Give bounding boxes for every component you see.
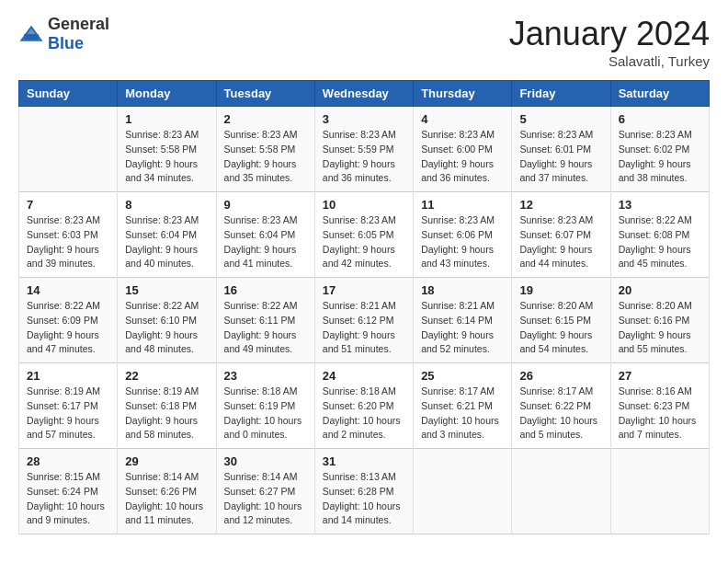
logo-blue: Blue — [48, 34, 84, 52]
calendar-cell — [610, 449, 709, 534]
day-info: Sunrise: 8:20 AM Sunset: 6:16 PM Dayligh… — [619, 299, 701, 357]
day-info: Sunrise: 8:22 AM Sunset: 6:09 PM Dayligh… — [27, 299, 109, 357]
logo-text: General Blue — [48, 15, 109, 53]
calendar-cell: 29Sunrise: 8:14 AM Sunset: 6:26 PM Dayli… — [118, 449, 216, 534]
weekday-header: Tuesday — [216, 81, 314, 107]
day-number: 24 — [323, 369, 405, 383]
day-number: 20 — [619, 283, 701, 297]
day-info: Sunrise: 8:23 AM Sunset: 6:05 PM Dayligh… — [323, 213, 405, 271]
calendar-cell: 4Sunrise: 8:23 AM Sunset: 6:00 PM Daylig… — [414, 107, 512, 192]
weekday-header: Sunday — [19, 81, 118, 107]
svg-rect-2 — [24, 34, 39, 40]
calendar-cell: 23Sunrise: 8:18 AM Sunset: 6:19 PM Dayli… — [216, 363, 314, 449]
day-info: Sunrise: 8:20 AM Sunset: 6:15 PM Dayligh… — [519, 299, 602, 357]
day-number: 29 — [125, 454, 208, 468]
day-number: 5 — [519, 112, 602, 126]
calendar-cell: 20Sunrise: 8:20 AM Sunset: 6:16 PM Dayli… — [610, 278, 709, 363]
calendar-cell: 5Sunrise: 8:23 AM Sunset: 6:01 PM Daylig… — [512, 107, 610, 192]
calendar-cell: 27Sunrise: 8:16 AM Sunset: 6:23 PM Dayli… — [610, 363, 709, 449]
day-info: Sunrise: 8:21 AM Sunset: 6:12 PM Dayligh… — [323, 299, 405, 357]
day-info: Sunrise: 8:23 AM Sunset: 6:04 PM Dayligh… — [224, 213, 307, 271]
calendar-cell: 31Sunrise: 8:13 AM Sunset: 6:28 PM Dayli… — [314, 449, 413, 534]
day-number: 7 — [27, 198, 109, 212]
day-number: 4 — [421, 112, 504, 126]
calendar-table: SundayMondayTuesdayWednesdayThursdayFrid… — [18, 80, 710, 534]
calendar-cell: 17Sunrise: 8:21 AM Sunset: 6:12 PM Dayli… — [314, 278, 413, 363]
day-number: 10 — [323, 198, 405, 212]
location-subtitle: Salavatli, Turkey — [509, 53, 710, 69]
day-number: 2 — [224, 112, 307, 126]
calendar-cell — [414, 449, 512, 534]
day-info: Sunrise: 8:22 AM Sunset: 6:11 PM Dayligh… — [224, 299, 307, 357]
day-number: 11 — [421, 198, 504, 212]
day-number: 26 — [519, 369, 602, 383]
day-info: Sunrise: 8:14 AM Sunset: 6:27 PM Dayligh… — [224, 470, 307, 528]
day-info: Sunrise: 8:16 AM Sunset: 6:23 PM Dayligh… — [619, 385, 701, 442]
calendar-cell: 6Sunrise: 8:23 AM Sunset: 6:02 PM Daylig… — [610, 107, 709, 192]
calendar-cell: 3Sunrise: 8:23 AM Sunset: 5:59 PM Daylig… — [314, 107, 413, 192]
day-info: Sunrise: 8:23 AM Sunset: 5:58 PM Dayligh… — [224, 128, 307, 186]
day-info: Sunrise: 8:18 AM Sunset: 6:19 PM Dayligh… — [224, 385, 307, 442]
day-number: 8 — [125, 198, 208, 212]
day-number: 25 — [421, 369, 504, 383]
calendar-cell — [512, 449, 610, 534]
logo-general: General — [48, 15, 109, 33]
day-info: Sunrise: 8:15 AM Sunset: 6:24 PM Dayligh… — [27, 470, 109, 528]
calendar-row: 1Sunrise: 8:23 AM Sunset: 5:58 PM Daylig… — [19, 107, 710, 192]
calendar-cell: 26Sunrise: 8:17 AM Sunset: 6:22 PM Dayli… — [512, 363, 610, 449]
calendar-cell: 21Sunrise: 8:19 AM Sunset: 6:17 PM Dayli… — [19, 363, 118, 449]
day-info: Sunrise: 8:23 AM Sunset: 5:59 PM Dayligh… — [323, 128, 405, 186]
weekday-header: Monday — [118, 81, 216, 107]
day-number: 16 — [224, 283, 307, 297]
day-number: 17 — [323, 283, 405, 297]
day-number: 31 — [323, 454, 405, 468]
day-number: 13 — [619, 198, 701, 212]
calendar-cell: 7Sunrise: 8:23 AM Sunset: 6:03 PM Daylig… — [19, 192, 118, 278]
day-number: 18 — [421, 283, 504, 297]
day-info: Sunrise: 8:17 AM Sunset: 6:21 PM Dayligh… — [421, 385, 504, 442]
day-info: Sunrise: 8:23 AM Sunset: 6:04 PM Dayligh… — [125, 213, 208, 271]
day-number: 28 — [27, 454, 109, 468]
calendar-cell: 19Sunrise: 8:20 AM Sunset: 6:15 PM Dayli… — [512, 278, 610, 363]
day-number: 22 — [125, 369, 208, 383]
weekday-header: Saturday — [610, 81, 709, 107]
day-number: 15 — [125, 283, 208, 297]
header-row: SundayMondayTuesdayWednesdayThursdayFrid… — [19, 81, 710, 107]
calendar-cell: 9Sunrise: 8:23 AM Sunset: 6:04 PM Daylig… — [216, 192, 314, 278]
calendar-cell: 8Sunrise: 8:23 AM Sunset: 6:04 PM Daylig… — [118, 192, 216, 278]
calendar-cell: 1Sunrise: 8:23 AM Sunset: 5:58 PM Daylig… — [118, 107, 216, 192]
day-number: 14 — [27, 283, 109, 297]
calendar-cell: 18Sunrise: 8:21 AM Sunset: 6:14 PM Dayli… — [414, 278, 512, 363]
day-number: 27 — [619, 369, 701, 383]
day-info: Sunrise: 8:23 AM Sunset: 6:03 PM Dayligh… — [27, 213, 109, 271]
day-info: Sunrise: 8:14 AM Sunset: 6:26 PM Dayligh… — [125, 470, 208, 528]
day-number: 19 — [519, 283, 602, 297]
calendar-row: 28Sunrise: 8:15 AM Sunset: 6:24 PM Dayli… — [19, 449, 710, 534]
calendar-cell: 22Sunrise: 8:19 AM Sunset: 6:18 PM Dayli… — [118, 363, 216, 449]
day-info: Sunrise: 8:19 AM Sunset: 6:18 PM Dayligh… — [125, 385, 208, 442]
day-info: Sunrise: 8:23 AM Sunset: 6:00 PM Dayligh… — [421, 128, 504, 186]
weekday-header: Wednesday — [314, 81, 413, 107]
logo-icon — [18, 24, 44, 44]
calendar-cell: 2Sunrise: 8:23 AM Sunset: 5:58 PM Daylig… — [216, 107, 314, 192]
day-number: 23 — [224, 369, 307, 383]
day-info: Sunrise: 8:13 AM Sunset: 6:28 PM Dayligh… — [323, 470, 405, 528]
calendar-cell: 12Sunrise: 8:23 AM Sunset: 6:07 PM Dayli… — [512, 192, 610, 278]
title-block: January 2024 Salavatli, Turkey — [509, 15, 710, 69]
weekday-header: Friday — [512, 81, 610, 107]
day-info: Sunrise: 8:18 AM Sunset: 6:20 PM Dayligh… — [323, 385, 405, 442]
calendar-cell: 24Sunrise: 8:18 AM Sunset: 6:20 PM Dayli… — [314, 363, 413, 449]
calendar-row: 21Sunrise: 8:19 AM Sunset: 6:17 PM Dayli… — [19, 363, 710, 449]
day-info: Sunrise: 8:23 AM Sunset: 5:58 PM Dayligh… — [125, 128, 208, 186]
day-info: Sunrise: 8:22 AM Sunset: 6:10 PM Dayligh… — [125, 299, 208, 357]
calendar-cell: 11Sunrise: 8:23 AM Sunset: 6:06 PM Dayli… — [414, 192, 512, 278]
day-number: 12 — [519, 198, 602, 212]
day-info: Sunrise: 8:21 AM Sunset: 6:14 PM Dayligh… — [421, 299, 504, 357]
day-info: Sunrise: 8:23 AM Sunset: 6:07 PM Dayligh… — [519, 213, 602, 271]
calendar-cell — [19, 107, 118, 192]
calendar-cell: 25Sunrise: 8:17 AM Sunset: 6:21 PM Dayli… — [414, 363, 512, 449]
day-info: Sunrise: 8:17 AM Sunset: 6:22 PM Dayligh… — [519, 385, 602, 442]
calendar-cell: 10Sunrise: 8:23 AM Sunset: 6:05 PM Dayli… — [314, 192, 413, 278]
day-info: Sunrise: 8:23 AM Sunset: 6:02 PM Dayligh… — [619, 128, 701, 186]
day-number: 6 — [619, 112, 701, 126]
